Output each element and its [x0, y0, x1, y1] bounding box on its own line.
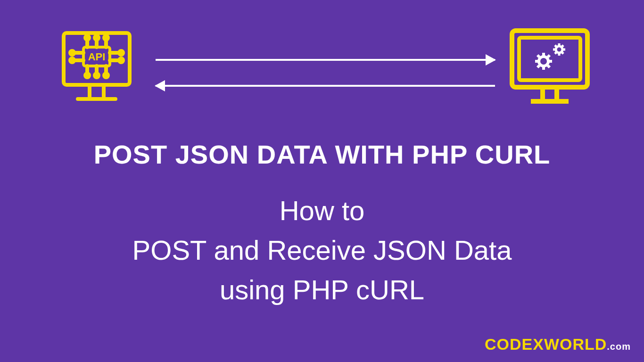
svg-point-12	[85, 74, 89, 77]
api-chip-icon: API	[50, 19, 144, 115]
svg-point-22	[119, 51, 123, 55]
subtitle-line-2: POST and Receive JSON Data	[0, 230, 644, 270]
subtitle-line-3: using PHP cURL	[0, 270, 644, 310]
arrow-response-icon	[156, 85, 495, 87]
svg-point-18	[70, 51, 74, 55]
svg-point-6	[85, 36, 89, 40]
svg-point-31	[539, 57, 548, 66]
arrow-request-icon	[156, 59, 495, 61]
svg-point-16	[104, 74, 108, 77]
svg-line-46	[562, 52, 563, 54]
brand-watermark: CODEXWORLD.com	[485, 335, 631, 354]
svg-text:API: API	[88, 51, 106, 63]
svg-line-45	[555, 45, 556, 47]
svg-point-10	[104, 36, 108, 40]
svg-line-39	[548, 55, 550, 57]
svg-point-40	[556, 46, 562, 53]
diagram-area: API	[0, 19, 644, 113]
svg-rect-27	[519, 38, 580, 80]
svg-line-36	[537, 55, 539, 57]
brand-tld: .com	[607, 341, 631, 352]
svg-point-8	[95, 36, 99, 40]
subtitle: How to POST and Receive JSON Data using …	[0, 191, 644, 310]
svg-line-38	[537, 66, 539, 67]
main-title: POST JSON Data with PHP cURL	[0, 139, 644, 170]
svg-point-14	[95, 74, 99, 77]
svg-line-37	[548, 66, 550, 67]
subtitle-line-1: How to	[0, 191, 644, 230]
brand-name: CODEXWORLD	[485, 335, 607, 353]
server-monitor-icon	[505, 24, 594, 115]
svg-line-47	[555, 52, 556, 54]
svg-line-48	[562, 45, 563, 47]
svg-point-20	[70, 58, 74, 62]
svg-point-24	[119, 58, 123, 62]
